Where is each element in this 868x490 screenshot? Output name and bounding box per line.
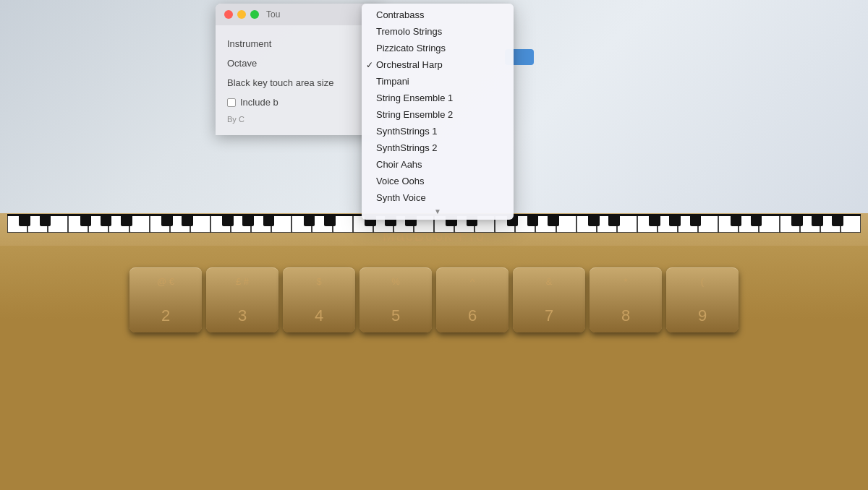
menu-item-synthstrings-2[interactable]: SynthStrings 2 <box>362 139 514 156</box>
white-key[interactable] <box>576 216 597 233</box>
white-key[interactable] <box>556 216 576 233</box>
menu-item-string-ensemble-2[interactable]: String Ensemble 2 <box>362 106 514 123</box>
white-key[interactable] <box>292 216 312 233</box>
black-key[interactable] <box>588 216 600 226</box>
white-key[interactable] <box>129 216 150 233</box>
keyboard-key-4[interactable]: $4 <box>283 267 355 332</box>
key-number: 2 <box>161 306 170 325</box>
black-key[interactable] <box>222 216 234 226</box>
white-key[interactable] <box>88 216 109 233</box>
white-key[interactable] <box>27 216 48 233</box>
black-key[interactable] <box>121 216 132 226</box>
white-key[interactable] <box>820 216 841 233</box>
octave-row: Octave <box>227 53 370 73</box>
white-key[interactable] <box>617 216 637 233</box>
white-key[interactable] <box>739 216 759 233</box>
black-key[interactable] <box>527 216 539 226</box>
black-key[interactable] <box>80 216 92 226</box>
keyboard-key-8[interactable]: *8 <box>590 267 662 332</box>
keyboard-row: @ €2£ #3$4%5^6&7*8(9 <box>0 267 868 332</box>
white-key[interactable] <box>678 216 698 233</box>
menu-item-synth-voice[interactable]: Synth Voice <box>362 189 514 206</box>
app-window: Tou Instrument Octave Black key touch ar… <box>216 4 382 135</box>
maximize-button[interactable] <box>250 10 259 19</box>
key-number: 7 <box>545 306 553 325</box>
white-key[interactable] <box>718 216 739 233</box>
white-key[interactable] <box>333 216 353 233</box>
black-key[interactable] <box>161 216 173 226</box>
black-key[interactable] <box>791 216 803 226</box>
keyboard-key-2[interactable]: @ €2 <box>129 267 202 332</box>
black-key[interactable] <box>751 216 762 226</box>
white-key[interactable] <box>698 216 718 233</box>
white-key[interactable] <box>210 216 231 233</box>
black-key[interactable] <box>731 216 742 226</box>
key-symbol: % <box>391 276 400 287</box>
menu-item-choir-aahs[interactable]: Choir Aahs <box>362 156 514 173</box>
black-key[interactable] <box>324 216 336 226</box>
white-key[interactable] <box>759 216 779 233</box>
black-key[interactable] <box>669 216 681 226</box>
black-key[interactable] <box>263 216 275 226</box>
menu-item-tremolo-strings[interactable]: Tremolo Strings <box>362 23 514 40</box>
close-button[interactable] <box>224 10 233 19</box>
white-key[interactable] <box>7 216 27 233</box>
key-symbol: $ <box>316 276 321 287</box>
white-key[interactable] <box>170 216 190 233</box>
white-key[interactable] <box>800 216 820 233</box>
menu-item-pizzicato-strings[interactable]: Pizzicato Strings <box>362 40 514 56</box>
white-key[interactable] <box>68 216 88 233</box>
minimize-button[interactable] <box>237 10 246 19</box>
black-key[interactable] <box>608 216 620 226</box>
white-key[interactable] <box>109 216 129 233</box>
key-symbol: & <box>546 276 553 287</box>
white-key[interactable] <box>231 216 251 233</box>
menu-item-timpani[interactable]: Timpani <box>362 73 514 90</box>
black-key-label: Black key touch area size <box>227 77 333 88</box>
menu-item-string-ensemble-1[interactable]: String Ensemble 1 <box>362 90 514 106</box>
black-key[interactable] <box>182 216 193 226</box>
black-key[interactable] <box>832 216 843 226</box>
key-symbol: £ # <box>236 276 249 287</box>
include-checkbox[interactable] <box>227 98 236 107</box>
black-key[interactable] <box>304 216 315 226</box>
key-number: 3 <box>238 306 247 325</box>
white-key[interactable] <box>190 216 210 233</box>
keyboard-key-7[interactable]: &7 <box>513 267 585 332</box>
black-key[interactable] <box>548 216 559 226</box>
by-label: By C <box>227 115 244 124</box>
menu-item-voice-oohs[interactable]: Voice Oohs <box>362 173 514 189</box>
instrument-dropdown[interactable]: ContrabassTremolo StringsPizzicato Strin… <box>362 4 514 220</box>
by-row: By C <box>227 112 370 126</box>
white-key[interactable] <box>515 216 535 233</box>
white-key[interactable] <box>637 216 658 233</box>
instrument-row: Instrument <box>227 34 370 53</box>
menu-item-synthstrings-1[interactable]: SynthStrings 1 <box>362 123 514 139</box>
white-key[interactable] <box>658 216 678 233</box>
white-key[interactable] <box>48 216 68 233</box>
black-key[interactable] <box>690 216 702 226</box>
key-number: 8 <box>621 306 630 325</box>
black-key[interactable] <box>19 216 30 226</box>
white-key[interactable] <box>271 216 292 233</box>
dropdown-scroll-arrow: ▼ <box>362 206 514 217</box>
key-symbol: ^ <box>470 276 475 287</box>
white-key[interactable] <box>841 216 861 233</box>
white-key[interactable] <box>535 216 556 233</box>
black-key[interactable] <box>649 216 660 226</box>
menu-item-orchestral-harp[interactable]: Orchestral Harp <box>362 56 514 73</box>
black-key[interactable] <box>812 216 823 226</box>
menu-item-contrabass[interactable]: Contrabass <box>362 7 514 23</box>
white-key[interactable] <box>597 216 617 233</box>
white-key[interactable] <box>312 216 332 233</box>
keyboard-key-9[interactable]: (9 <box>666 267 739 332</box>
keyboard-key-6[interactable]: ^6 <box>436 267 509 332</box>
keyboard-key-5[interactable]: %5 <box>359 267 432 332</box>
keyboard-key-3[interactable]: £ #3 <box>206 267 278 332</box>
white-key[interactable] <box>780 216 800 233</box>
white-key[interactable] <box>150 216 170 233</box>
black-key[interactable] <box>101 216 112 226</box>
white-key[interactable] <box>251 216 271 233</box>
black-key[interactable] <box>242 216 254 226</box>
black-key[interactable] <box>40 216 51 226</box>
